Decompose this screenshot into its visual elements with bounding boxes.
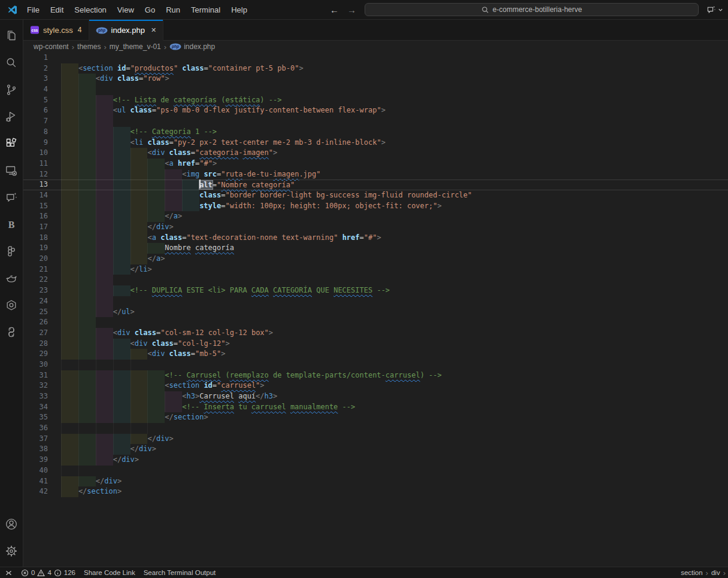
code-line-18[interactable]: 18<a class="text-decoration-none text-wa… xyxy=(23,233,728,244)
explorer-icon[interactable] xyxy=(0,22,23,49)
breadcrumb-item-my_theme_v-01[interactable]: my_theme_v-01 xyxy=(110,42,161,51)
menu-file[interactable]: File xyxy=(22,4,45,16)
openai-icon[interactable] xyxy=(0,291,23,318)
code-line-16[interactable]: 16</a> xyxy=(23,211,728,222)
code-line-8[interactable]: 8<!-- Categoria 1 --> xyxy=(23,127,728,138)
indent-block xyxy=(113,211,131,222)
genie-lamp-icon[interactable] xyxy=(0,264,23,291)
menu-edit[interactable]: Edit xyxy=(45,4,69,16)
copilot-menu[interactable] xyxy=(706,4,723,15)
remote-indicator[interactable] xyxy=(5,569,13,577)
code-editor[interactable]: 12<section id="productos" class="contain… xyxy=(23,53,728,567)
code-line-4[interactable]: 4 xyxy=(23,84,728,95)
line-number: 22 xyxy=(23,275,48,285)
tab-style.css[interactable]: cssstyle.css4 xyxy=(23,20,89,40)
code-line-28[interactable]: 28<div class="col-lg-12"> xyxy=(23,339,728,349)
source-control-icon[interactable] xyxy=(0,76,23,103)
figma-icon[interactable] xyxy=(0,238,23,264)
back-arrow-icon[interactable]: ← xyxy=(330,5,339,15)
run-debug-icon[interactable] xyxy=(0,103,23,130)
code-line-11[interactable]: 11<a href="#"> xyxy=(23,159,728,169)
code-line-30[interactable]: 30 xyxy=(23,360,728,370)
code-line-41[interactable]: 41</div> xyxy=(23,476,728,487)
code-line-5[interactable]: 5<!-- Lista de categorías (estática) --> xyxy=(23,95,728,106)
code-line-23[interactable]: 23<!-- DUPLICA ESTE <li> PARA CADA CATEG… xyxy=(23,285,728,296)
code-line-37[interactable]: 37</div> xyxy=(23,434,728,445)
indent-block xyxy=(78,328,96,339)
line-content: <div class="row"> xyxy=(48,74,169,84)
indent-block xyxy=(96,296,113,307)
code-line-2[interactable]: 2<section id="productos" class="containe… xyxy=(23,63,728,74)
indent-block xyxy=(96,105,113,116)
code-line-13[interactable]: 13alt="Nombre categoría" xyxy=(23,180,728,190)
line-number: 34 xyxy=(23,402,48,413)
code-line-24[interactable]: 24 xyxy=(23,296,728,307)
code-line-25[interactable]: 25</ul> xyxy=(23,307,728,318)
indent-block xyxy=(96,211,113,222)
code-line-3[interactable]: 3<div class="row"> xyxy=(23,74,728,84)
indent-block xyxy=(96,444,113,455)
code-line-40[interactable]: 40 xyxy=(23,466,728,476)
extensions-icon[interactable] xyxy=(0,130,23,157)
svg-text:B: B xyxy=(8,219,15,229)
code-line-21[interactable]: 21</li> xyxy=(23,264,728,275)
remote-explorer-icon[interactable] xyxy=(0,157,23,184)
indent-guide xyxy=(78,423,96,434)
code-line-27[interactable]: 27<div class="col-sm-12 col-lg-12 box"> xyxy=(23,328,728,339)
chat-sparkle-icon[interactable] xyxy=(0,184,23,211)
code-line-17[interactable]: 17</div> xyxy=(23,222,728,233)
line-number: 27 xyxy=(23,328,48,339)
code-line-33[interactable]: 33<h3>Carrusel aquí</h3> xyxy=(23,391,728,402)
code-line-39[interactable]: 39</div> xyxy=(23,455,728,466)
tab-index.php[interactable]: phpindex.php✕ xyxy=(89,20,164,41)
code-line-36[interactable]: 36 xyxy=(23,423,728,434)
code-line-15[interactable]: 15style="width: 100px; height: 100px; ob… xyxy=(23,201,728,212)
code-line-35[interactable]: 35</section> xyxy=(23,412,728,423)
code-line-32[interactable]: 32<section id="carrusel"> xyxy=(23,381,728,391)
menu-help[interactable]: Help xyxy=(226,4,253,16)
code-line-6[interactable]: 6<ul class="ps-0 mb-0 d-flex justify-con… xyxy=(23,105,728,116)
search-value: e-commerce-botilleria-herve xyxy=(493,5,582,14)
close-icon[interactable]: ✕ xyxy=(151,26,156,34)
code-line-19[interactable]: 19Nombre categoría xyxy=(23,243,728,254)
menu-selection[interactable]: Selection xyxy=(69,4,111,16)
share-code-link-button[interactable]: Share Code Link xyxy=(84,569,135,576)
menu-go[interactable]: Go xyxy=(139,4,160,16)
indent-block xyxy=(113,434,131,445)
search-terminal-output-button[interactable]: Search Terminal Output xyxy=(144,569,216,576)
python-icon[interactable] xyxy=(0,318,23,345)
settings-gear-icon[interactable] xyxy=(0,537,23,564)
account-icon[interactable] xyxy=(0,510,23,537)
code-line-31[interactable]: 31<!-- Carrusel (reemplazo de template-p… xyxy=(23,370,728,381)
menu-run[interactable]: Run xyxy=(160,4,186,16)
indent-block xyxy=(131,243,148,254)
code-line-12[interactable]: 12<img src="ruta-de-tu-imagen.jpg" xyxy=(23,169,728,180)
code-line-22[interactable]: 22 xyxy=(23,275,728,285)
menu-terminal[interactable]: Terminal xyxy=(186,4,226,16)
command-center-search[interactable]: e-commerce-botilleria-herve xyxy=(365,3,699,16)
code-line-20[interactable]: 20</a> xyxy=(23,254,728,264)
code-line-26[interactable]: 26 xyxy=(23,317,728,328)
indent-block xyxy=(131,148,148,159)
code-line-10[interactable]: 10<div class="categoria-imagen"> xyxy=(23,148,728,159)
menu-view[interactable]: View xyxy=(112,4,139,16)
indent-block xyxy=(147,159,165,169)
indent-block xyxy=(96,254,113,264)
indent-block xyxy=(165,402,182,413)
search-icon[interactable] xyxy=(0,49,23,76)
breadcrumb-item-wp-content[interactable]: wp-content xyxy=(34,42,69,51)
code-line-38[interactable]: 38</div> xyxy=(23,444,728,455)
code-line-1[interactable]: 1 xyxy=(23,53,728,63)
breadcrumb-item-index.php[interactable]: phpindex.php xyxy=(169,42,215,51)
code-line-7[interactable]: 7 xyxy=(23,116,728,127)
forward-arrow-icon[interactable]: → xyxy=(347,5,356,15)
search-icon xyxy=(481,6,489,14)
code-line-42[interactable]: 42</section> xyxy=(23,486,728,497)
code-line-14[interactable]: 14class="border border-light bg-success … xyxy=(23,190,728,201)
code-line-9[interactable]: 9<li class="py-2 px-2 text-center me-2 m… xyxy=(23,138,728,148)
problems-indicator[interactable]: 0 4 126 xyxy=(21,569,75,577)
breadcrumb-item-themes[interactable]: themes xyxy=(77,42,101,51)
code-line-34[interactable]: 34<!-- Inserta tu carrusel manualmente -… xyxy=(23,402,728,413)
code-line-29[interactable]: 29<div class="mb-5"> xyxy=(23,349,728,360)
bootstrap-icon[interactable]: B xyxy=(0,211,23,238)
